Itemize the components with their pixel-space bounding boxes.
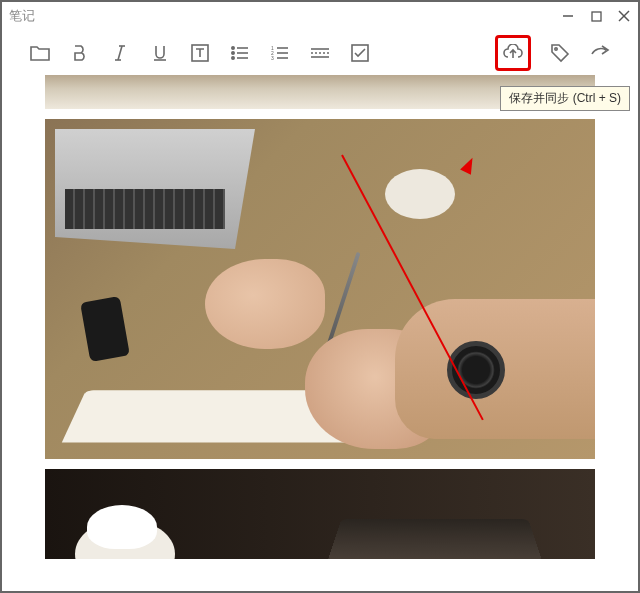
window-controls [561, 9, 631, 23]
window-title: 笔记 [9, 7, 561, 25]
bold-icon[interactable] [69, 42, 91, 64]
svg-point-9 [232, 47, 234, 49]
note-content-area[interactable] [1, 75, 639, 592]
underline-icon[interactable] [149, 42, 171, 64]
close-button[interactable] [617, 9, 631, 23]
svg-line-5 [118, 46, 122, 60]
embedded-image-2 [45, 119, 595, 459]
editor-toolbar: 123 [1, 31, 639, 75]
svg-point-25 [555, 48, 557, 50]
annotation-highlight-box [495, 35, 531, 71]
svg-text:3: 3 [271, 55, 274, 61]
tag-icon[interactable] [549, 42, 571, 64]
maximize-button[interactable] [589, 9, 603, 23]
cloud-sync-icon[interactable] [502, 42, 524, 64]
svg-point-11 [232, 52, 234, 54]
text-block-icon[interactable] [189, 42, 211, 64]
italic-icon[interactable] [109, 42, 131, 64]
title-bar: 笔记 [1, 1, 639, 31]
bullet-list-icon[interactable] [229, 42, 251, 64]
divider-icon[interactable] [309, 42, 331, 64]
svg-point-13 [232, 57, 234, 59]
save-sync-tooltip: 保存并同步 (Ctrl + S) [500, 86, 630, 111]
folder-icon[interactable] [29, 42, 51, 64]
embedded-image-3 [45, 469, 595, 559]
share-icon[interactable] [589, 42, 611, 64]
numbered-list-icon[interactable]: 123 [269, 42, 291, 64]
minimize-button[interactable] [561, 9, 575, 23]
checkbox-icon[interactable] [349, 42, 371, 64]
svg-rect-1 [592, 12, 601, 21]
